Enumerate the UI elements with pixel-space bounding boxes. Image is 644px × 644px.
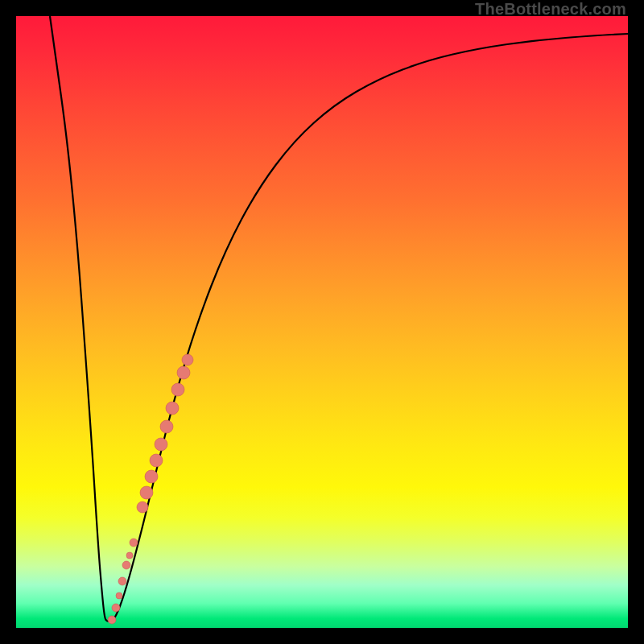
chart-frame: TheBottleneck.com <box>0 0 644 644</box>
data-marker <box>137 502 148 513</box>
data-marker <box>108 616 116 624</box>
chart-svg <box>16 16 628 628</box>
data-marker <box>160 420 173 433</box>
data-marker <box>130 539 138 547</box>
data-marker <box>177 366 190 379</box>
bottleneck-curve <box>50 16 628 621</box>
data-marker <box>112 604 120 612</box>
data-marker <box>166 402 179 415</box>
marker-group <box>108 354 193 624</box>
data-marker <box>155 438 167 451</box>
data-marker <box>116 592 122 599</box>
data-marker <box>122 561 130 569</box>
watermark-text: TheBottleneck.com <box>475 0 626 19</box>
data-marker <box>118 577 126 585</box>
plot-area <box>16 16 628 628</box>
data-marker <box>150 454 163 467</box>
data-marker <box>140 486 153 499</box>
data-marker <box>145 470 158 483</box>
data-marker <box>182 354 193 365</box>
data-marker <box>126 552 133 559</box>
data-marker <box>171 383 184 396</box>
